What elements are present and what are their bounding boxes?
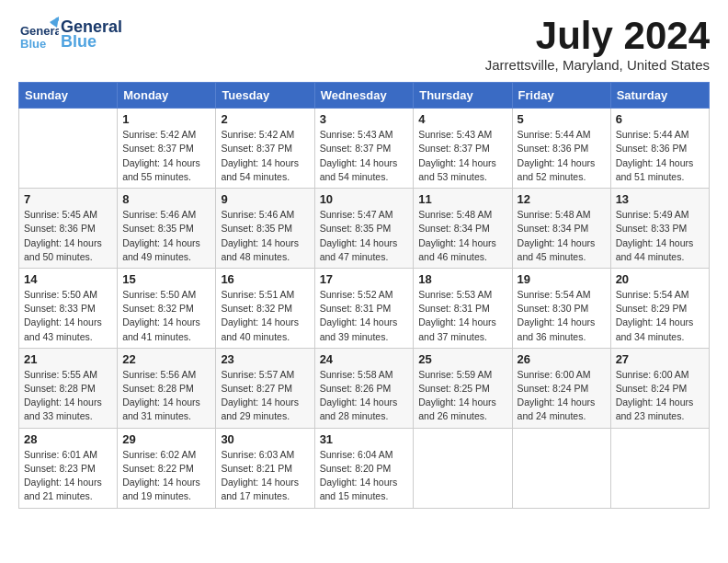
calendar-cell: 8Sunrise: 5:46 AM Sunset: 8:35 PM Daylig… xyxy=(118,189,216,269)
week-row-1: 1Sunrise: 5:42 AM Sunset: 8:37 PM Daylig… xyxy=(19,109,710,189)
day-number: 24 xyxy=(320,352,409,366)
month-title: July 2024 xyxy=(485,15,710,57)
day-info: Sunrise: 5:53 AM Sunset: 8:31 PM Dayligh… xyxy=(418,288,506,344)
day-info: Sunrise: 5:46 AM Sunset: 8:35 PM Dayligh… xyxy=(221,208,309,264)
calendar-cell: 15Sunrise: 5:50 AM Sunset: 8:32 PM Dayli… xyxy=(118,268,216,348)
calendar-cell: 4Sunrise: 5:43 AM Sunset: 8:37 PM Daylig… xyxy=(414,109,512,189)
calendar-cell: 19Sunrise: 5:54 AM Sunset: 8:30 PM Dayli… xyxy=(512,268,610,348)
calendar-cell: 21Sunrise: 5:55 AM Sunset: 8:28 PM Dayli… xyxy=(19,348,118,428)
day-number: 16 xyxy=(221,272,309,286)
calendar-header-row: SundayMondayTuesdayWednesdayThursdayFrid… xyxy=(19,83,710,109)
day-number: 7 xyxy=(24,192,112,206)
day-header-friday: Friday xyxy=(512,83,610,109)
calendar-cell: 16Sunrise: 5:51 AM Sunset: 8:32 PM Dayli… xyxy=(216,268,314,348)
title-area: July 2024 Jarrettsville, Maryland, Unite… xyxy=(485,15,710,73)
day-info: Sunrise: 5:55 AM Sunset: 8:28 PM Dayligh… xyxy=(24,368,112,424)
day-info: Sunrise: 5:44 AM Sunset: 8:36 PM Dayligh… xyxy=(616,128,704,184)
week-row-2: 7Sunrise: 5:45 AM Sunset: 8:36 PM Daylig… xyxy=(19,189,710,269)
week-row-3: 14Sunrise: 5:50 AM Sunset: 8:33 PM Dayli… xyxy=(19,268,710,348)
day-number: 29 xyxy=(122,432,210,446)
day-number: 26 xyxy=(518,352,606,366)
calendar: SundayMondayTuesdayWednesdayThursdayFrid… xyxy=(18,82,710,508)
day-number: 6 xyxy=(616,112,704,126)
day-info: Sunrise: 5:52 AM Sunset: 8:31 PM Dayligh… xyxy=(320,288,409,344)
day-number: 25 xyxy=(418,352,506,366)
day-info: Sunrise: 5:48 AM Sunset: 8:34 PM Dayligh… xyxy=(418,208,506,264)
day-number: 1 xyxy=(122,112,210,126)
day-number: 19 xyxy=(518,272,606,286)
day-number: 4 xyxy=(418,112,506,126)
day-info: Sunrise: 5:45 AM Sunset: 8:36 PM Dayligh… xyxy=(24,208,112,264)
day-number: 2 xyxy=(221,112,309,126)
day-number: 11 xyxy=(418,192,506,206)
day-info: Sunrise: 6:00 AM Sunset: 8:24 PM Dayligh… xyxy=(616,368,704,424)
day-number: 30 xyxy=(221,432,309,446)
week-row-5: 28Sunrise: 6:01 AM Sunset: 8:23 PM Dayli… xyxy=(19,428,710,508)
day-info: Sunrise: 5:59 AM Sunset: 8:25 PM Dayligh… xyxy=(418,368,506,424)
day-info: Sunrise: 5:48 AM Sunset: 8:34 PM Dayligh… xyxy=(518,208,606,264)
calendar-cell: 30Sunrise: 6:03 AM Sunset: 8:21 PM Dayli… xyxy=(216,428,314,508)
logo-blue-text: Blue xyxy=(61,33,122,52)
day-info: Sunrise: 5:44 AM Sunset: 8:36 PM Dayligh… xyxy=(518,128,606,184)
location: Jarrettsville, Maryland, United States xyxy=(485,57,710,73)
day-number: 5 xyxy=(518,112,606,126)
calendar-cell xyxy=(19,109,118,189)
calendar-cell: 7Sunrise: 5:45 AM Sunset: 8:36 PM Daylig… xyxy=(19,189,118,269)
calendar-cell: 6Sunrise: 5:44 AM Sunset: 8:36 PM Daylig… xyxy=(610,109,709,189)
day-info: Sunrise: 6:00 AM Sunset: 8:24 PM Dayligh… xyxy=(518,368,606,424)
day-info: Sunrise: 6:04 AM Sunset: 8:20 PM Dayligh… xyxy=(320,448,409,504)
calendar-cell: 2Sunrise: 5:42 AM Sunset: 8:37 PM Daylig… xyxy=(216,109,314,189)
day-info: Sunrise: 5:57 AM Sunset: 8:27 PM Dayligh… xyxy=(221,368,309,424)
day-header-monday: Monday xyxy=(118,83,216,109)
day-number: 22 xyxy=(122,352,210,366)
day-number: 15 xyxy=(122,272,210,286)
day-info: Sunrise: 6:03 AM Sunset: 8:21 PM Dayligh… xyxy=(221,448,309,504)
svg-text:Blue: Blue xyxy=(20,37,46,51)
day-number: 14 xyxy=(24,272,112,286)
day-number: 12 xyxy=(518,192,606,206)
calendar-cell: 9Sunrise: 5:46 AM Sunset: 8:35 PM Daylig… xyxy=(216,189,314,269)
calendar-cell: 10Sunrise: 5:47 AM Sunset: 8:35 PM Dayli… xyxy=(314,189,414,269)
day-info: Sunrise: 5:50 AM Sunset: 8:32 PM Dayligh… xyxy=(122,288,210,344)
logo-icon: General Blue xyxy=(18,15,59,55)
calendar-cell: 5Sunrise: 5:44 AM Sunset: 8:36 PM Daylig… xyxy=(512,109,610,189)
day-info: Sunrise: 5:49 AM Sunset: 8:33 PM Dayligh… xyxy=(616,208,704,264)
calendar-cell: 1Sunrise: 5:42 AM Sunset: 8:37 PM Daylig… xyxy=(118,109,216,189)
day-header-tuesday: Tuesday xyxy=(216,83,314,109)
day-info: Sunrise: 5:56 AM Sunset: 8:28 PM Dayligh… xyxy=(122,368,210,424)
day-info: Sunrise: 5:43 AM Sunset: 8:37 PM Dayligh… xyxy=(418,128,506,184)
day-info: Sunrise: 6:02 AM Sunset: 8:22 PM Dayligh… xyxy=(122,448,210,504)
header: General Blue General Blue July 2024 Jarr… xyxy=(18,15,710,73)
day-number: 13 xyxy=(616,192,704,206)
calendar-cell: 12Sunrise: 5:48 AM Sunset: 8:34 PM Dayli… xyxy=(512,189,610,269)
calendar-cell: 11Sunrise: 5:48 AM Sunset: 8:34 PM Dayli… xyxy=(414,189,512,269)
day-number: 27 xyxy=(616,352,704,366)
calendar-cell: 13Sunrise: 5:49 AM Sunset: 8:33 PM Dayli… xyxy=(610,189,709,269)
day-info: Sunrise: 5:43 AM Sunset: 8:37 PM Dayligh… xyxy=(320,128,409,184)
day-number: 9 xyxy=(221,192,309,206)
day-info: Sunrise: 5:42 AM Sunset: 8:37 PM Dayligh… xyxy=(221,128,309,184)
calendar-cell: 24Sunrise: 5:58 AM Sunset: 8:26 PM Dayli… xyxy=(314,348,414,428)
day-number: 21 xyxy=(24,352,112,366)
day-header-wednesday: Wednesday xyxy=(314,83,414,109)
day-number: 20 xyxy=(616,272,704,286)
svg-text:General: General xyxy=(20,24,59,38)
day-info: Sunrise: 5:58 AM Sunset: 8:26 PM Dayligh… xyxy=(320,368,409,424)
calendar-cell: 29Sunrise: 6:02 AM Sunset: 8:22 PM Dayli… xyxy=(118,428,216,508)
logo: General Blue General Blue xyxy=(18,15,122,55)
calendar-cell: 26Sunrise: 6:00 AM Sunset: 8:24 PM Dayli… xyxy=(512,348,610,428)
calendar-cell: 18Sunrise: 5:53 AM Sunset: 8:31 PM Dayli… xyxy=(414,268,512,348)
day-number: 28 xyxy=(24,432,112,446)
day-info: Sunrise: 5:42 AM Sunset: 8:37 PM Dayligh… xyxy=(122,128,210,184)
day-info: Sunrise: 5:47 AM Sunset: 8:35 PM Dayligh… xyxy=(320,208,409,264)
day-info: Sunrise: 5:54 AM Sunset: 8:29 PM Dayligh… xyxy=(616,288,704,344)
calendar-cell: 14Sunrise: 5:50 AM Sunset: 8:33 PM Dayli… xyxy=(19,268,118,348)
day-number: 17 xyxy=(320,272,409,286)
calendar-cell: 23Sunrise: 5:57 AM Sunset: 8:27 PM Dayli… xyxy=(216,348,314,428)
calendar-cell xyxy=(414,428,512,508)
calendar-cell: 22Sunrise: 5:56 AM Sunset: 8:28 PM Dayli… xyxy=(118,348,216,428)
day-header-saturday: Saturday xyxy=(610,83,709,109)
day-number: 23 xyxy=(221,352,309,366)
calendar-cell: 20Sunrise: 5:54 AM Sunset: 8:29 PM Dayli… xyxy=(610,268,709,348)
calendar-cell: 27Sunrise: 6:00 AM Sunset: 8:24 PM Dayli… xyxy=(610,348,709,428)
